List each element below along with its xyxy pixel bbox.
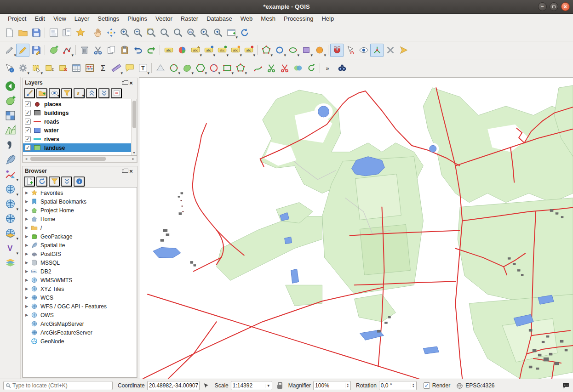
zoom-out-button[interactable]	[131, 26, 144, 39]
new-map-view-button[interactable]: ▾	[224, 26, 238, 39]
move-label-button[interactable]: ▾	[215, 44, 229, 57]
browser-item-favorites[interactable]: ▶ Favorites	[23, 188, 137, 197]
menu-raster[interactable]: Raster	[177, 14, 202, 24]
rotation-input[interactable]	[381, 382, 411, 389]
reshape-features-button[interactable]	[251, 62, 264, 75]
minimize-button[interactable]: −	[538, 2, 547, 11]
crs-label[interactable]: EPSG:4326	[465, 382, 494, 389]
expander-icon[interactable]: ▶	[25, 191, 30, 195]
menu-settings[interactable]: Settings	[93, 14, 123, 24]
spinner-arrows[interactable]: ▲▼	[411, 383, 415, 388]
browser-item-arcgismapserver[interactable]: ▶ ArcGisMapServer	[23, 319, 137, 328]
rotate-label-button[interactable]: ▾	[229, 44, 242, 57]
layer-checkbox[interactable]: ✓	[25, 136, 31, 142]
manage-map-themes-button[interactable]: ▾	[49, 88, 60, 98]
copy-features-button[interactable]	[104, 44, 118, 57]
layer-checkbox[interactable]: ✓	[25, 145, 31, 151]
undo-button[interactable]	[131, 44, 144, 57]
new-print-layout-button[interactable]	[47, 26, 60, 39]
browser-item-wfs[interactable]: ▶ WFS / OGC API - Features	[23, 302, 137, 311]
filter-browser-button[interactable]	[49, 176, 60, 187]
add-delimited-text-button[interactable]	[2, 137, 18, 152]
zoom-next-button[interactable]	[211, 26, 224, 39]
browser-item-geopackage[interactable]: ▶ GeoPackage	[23, 232, 137, 241]
field-calculator-button[interactable]	[83, 62, 96, 75]
render-checkbox[interactable]: ✓	[424, 382, 430, 389]
scroll-left-arrow[interactable]: ◄	[23, 157, 29, 160]
toggle-editing-button[interactable]	[16, 44, 29, 57]
menu-database[interactable]: Database	[202, 14, 236, 24]
pin-labels-button[interactable]: ▾	[189, 44, 202, 57]
circle-red-button[interactable]: ▾	[207, 62, 220, 75]
zoom-to-selection-button[interactable]	[158, 26, 171, 39]
deselect-all-button[interactable]	[56, 62, 69, 75]
menu-vector[interactable]: Vector	[151, 14, 177, 24]
text-annotation-button[interactable]: ▾	[136, 62, 149, 75]
add-wcs-layer-button[interactable]: ▾	[2, 196, 18, 211]
layer-item-rivers[interactable]: ✓ rivers	[23, 135, 137, 143]
menu-plugins[interactable]: Plugins	[123, 14, 151, 24]
show-layout-manager-button[interactable]	[60, 26, 74, 39]
select-tool-dropdown-button[interactable]: ▾	[259, 44, 273, 57]
scroll-right-arrow[interactable]: ►	[130, 157, 137, 160]
browser-item-ows[interactable]: ▶ OWS	[23, 311, 137, 319]
browser-item-geonode[interactable]: ▶ GeoNode	[23, 337, 137, 346]
add-ows-layer-button[interactable]: ▾	[2, 226, 18, 240]
circle-tool-dropdown-button[interactable]: ▾	[273, 44, 286, 57]
collapse-browser-button[interactable]	[61, 176, 72, 187]
layer-checkbox[interactable]: ✓	[25, 119, 31, 125]
add-group-button[interactable]	[36, 88, 47, 98]
new-project-button[interactable]	[3, 26, 16, 39]
menu-web[interactable]: Web	[236, 14, 257, 24]
menu-view[interactable]: View	[49, 14, 70, 24]
filter-legend-button[interactable]	[61, 88, 72, 98]
redo-button[interactable]	[144, 44, 158, 57]
crs-icon[interactable]	[456, 382, 463, 389]
expander-icon[interactable]: ▶	[25, 304, 30, 308]
expander-icon[interactable]: ▶	[25, 217, 30, 221]
magnifier-input[interactable]	[315, 382, 345, 389]
pan-to-selection-button[interactable]	[104, 26, 118, 39]
expander-icon[interactable]: ▶	[25, 295, 30, 300]
expander-icon[interactable]: ▶	[25, 234, 30, 239]
layers-horizontal-scrollbar[interactable]: ◄ ►	[23, 156, 137, 162]
expander-icon[interactable]: ▶	[25, 252, 30, 256]
close-button[interactable]: ×	[561, 2, 570, 11]
expander-icon[interactable]: ▶	[25, 287, 30, 291]
expander-icon[interactable]: ▶	[25, 278, 30, 282]
layer-labeling-button[interactable]	[162, 44, 175, 57]
expander-icon[interactable]: ▶	[25, 313, 30, 317]
layer-item-buildings[interactable]: ✓ buildings	[23, 108, 137, 117]
highlight-labels-button[interactable]: ▾	[202, 44, 215, 57]
filter-by-expression-button[interactable]: ▾	[74, 88, 85, 98]
locate-search-button[interactable]	[335, 62, 349, 75]
change-label-button[interactable]: ▾	[242, 44, 255, 57]
spinner-arrows[interactable]: ▲▼	[345, 383, 349, 388]
browser-item-project-home[interactable]: ▶ Project Home	[23, 206, 137, 215]
ellipse-digitize-button[interactable]: ▾	[194, 62, 207, 75]
add-vector-layer-button[interactable]: ▾	[2, 167, 18, 182]
menu-processing[interactable]: Processing	[280, 14, 317, 24]
add-wfs-layer-button[interactable]	[2, 211, 18, 226]
add-wms-layer-button[interactable]: ▾	[2, 182, 18, 196]
locate-box[interactable]	[3, 381, 113, 390]
browser-item-root[interactable]: ▶ /	[23, 223, 137, 232]
pan-map-button[interactable]	[91, 26, 104, 39]
split-parts-button[interactable]	[278, 62, 291, 75]
ellipse-tool-dropdown-button[interactable]: ▾	[286, 44, 299, 57]
browser-item-db2[interactable]: ▶ DB2	[23, 267, 137, 276]
remove-layer-button[interactable]	[111, 88, 122, 98]
scrollbar-thumb[interactable]	[132, 101, 136, 128]
menu-project[interactable]: Project	[4, 14, 30, 24]
map-tips-eye-button[interactable]	[357, 44, 370, 57]
browser-item-arcgisfeatureserver[interactable]: ▶ ArcGisFeatureServer	[23, 328, 137, 337]
expander-icon[interactable]: ▶	[25, 226, 30, 230]
expander-icon[interactable]: ▶	[25, 269, 30, 273]
circle-2points-button[interactable]: ▾	[167, 62, 180, 75]
zoom-to-layer-button[interactable]	[171, 26, 184, 39]
expander-icon[interactable]: ▶	[25, 261, 30, 265]
current-edits-button[interactable]: ▾	[3, 44, 16, 57]
regular-polygon-button[interactable]: ▾	[234, 62, 247, 75]
rotation-spinbox[interactable]: ▲▼	[379, 381, 417, 390]
map-canvas[interactable]	[139, 77, 573, 379]
